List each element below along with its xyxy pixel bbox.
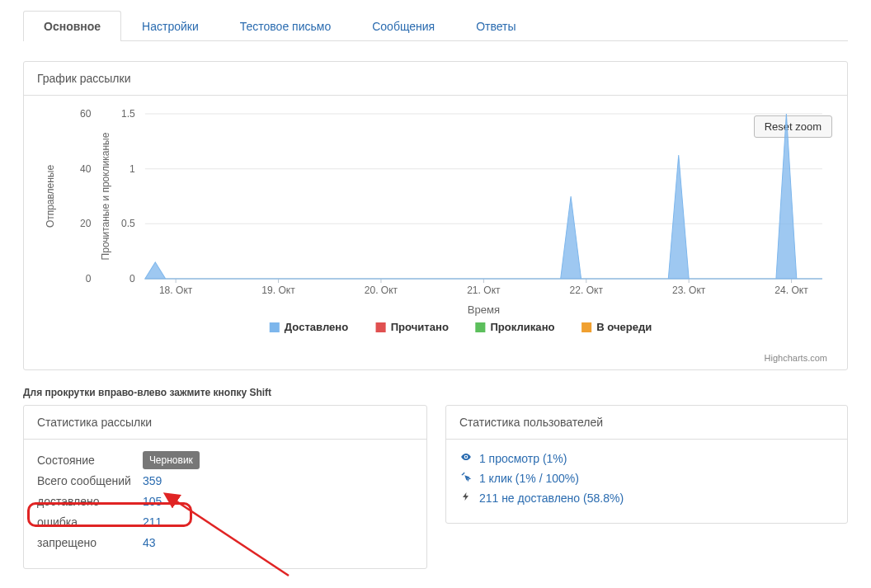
tab-test[interactable]: Тестовое письмо (219, 11, 351, 41)
total-value[interactable]: 359 (143, 474, 162, 487)
delivered-label: доставлено (37, 492, 143, 512)
svg-text:19. Окт: 19. Окт (261, 285, 295, 296)
svg-text:Прочитаные и прокликаные: Прочитаные и прокликаные (100, 132, 111, 260)
row-delivered: доставлено 105 (37, 492, 211, 512)
svg-text:Прочитано: Прочитано (391, 321, 449, 333)
error-label: ошибка (37, 512, 143, 533)
state-label: Состояние (37, 449, 143, 471)
chart-area[interactable]: 18. Окт19. Окт20. Окт21. Окт22. Окт23. О… (37, 106, 834, 353)
row-undelivered: 211 не доставлено (58.8%) (459, 489, 834, 509)
views-text[interactable]: 1 просмотр (1%) (479, 452, 567, 465)
row-views: 1 просмотр (1%) (459, 449, 834, 469)
scroll-hint: Для прокрутки вправо-влево зажмите кнопк… (23, 387, 848, 398)
svg-text:Время: Время (468, 303, 500, 316)
stats-table: Состояние Черновик Всего сообщений 359 д… (37, 449, 211, 553)
chart-attribution: Highcharts.com (37, 353, 834, 366)
svg-text:0.5: 0.5 (121, 218, 135, 229)
state-badge: Черновик (143, 451, 200, 469)
svg-text:24. Окт: 24. Окт (774, 285, 808, 296)
tab-responses[interactable]: Ответы (455, 11, 536, 41)
svg-text:40: 40 (80, 163, 92, 175)
stats-panel-title: Статистика рассылки (24, 406, 426, 440)
error-value[interactable]: 211 (143, 515, 162, 529)
total-label: Всего сообщений (37, 471, 143, 492)
clicks-text[interactable]: 1 клик (1% / 100%) (479, 472, 579, 485)
users-panel-title: Статистика пользователей (446, 406, 847, 440)
chart-panel: График рассылки Reset zoom 18. Окт19. Ок… (23, 61, 848, 370)
svg-rect-36 (581, 322, 591, 332)
row-clicks: 1 клик (1% / 100%) (459, 469, 834, 489)
svg-text:1.5: 1.5 (121, 108, 135, 120)
tab-main[interactable]: Основное (23, 11, 121, 41)
bolt-icon (459, 489, 473, 509)
svg-text:18. Окт: 18. Окт (159, 285, 193, 296)
svg-text:22. Окт: 22. Окт (570, 285, 604, 296)
undelivered-text[interactable]: 211 не доставлено (58.8%) (479, 492, 624, 505)
delivered-value[interactable]: 105 (143, 495, 162, 508)
svg-text:Доставлено: Доставлено (285, 321, 348, 333)
stats-panel: Статистика рассылки Состояние Черновик В… (23, 405, 427, 569)
svg-rect-32 (376, 322, 386, 332)
svg-text:Прокликано: Прокликано (490, 321, 554, 333)
svg-text:20: 20 (80, 218, 92, 229)
eye-icon (459, 449, 473, 469)
row-error: ошибка 211 (37, 512, 211, 533)
svg-text:21. Окт: 21. Окт (467, 285, 501, 296)
svg-rect-34 (475, 322, 485, 332)
row-forbidden: запрещено 43 (37, 533, 211, 553)
svg-text:20. Окт: 20. Окт (365, 285, 398, 296)
forbidden-value[interactable]: 43 (143, 536, 156, 549)
row-state: Состояние Черновик (37, 449, 211, 471)
svg-text:23. Окт: 23. Окт (672, 285, 706, 296)
svg-text:Отправленые: Отправленые (45, 165, 56, 228)
svg-text:1: 1 (129, 163, 135, 175)
svg-text:0: 0 (86, 273, 92, 285)
users-panel: Статистика пользователей 1 просмотр (1%)… (445, 405, 848, 524)
svg-text:0: 0 (129, 273, 135, 285)
cursor-click-icon (459, 469, 473, 489)
tab-settings[interactable]: Настройки (121, 11, 219, 41)
svg-rect-30 (270, 322, 280, 332)
svg-text:60: 60 (80, 108, 92, 120)
tabs: Основное Настройки Тестовое письмо Сообщ… (23, 10, 848, 41)
chart-panel-title: График рассылки (24, 62, 847, 96)
row-total: Всего сообщений 359 (37, 471, 211, 492)
tab-messages[interactable]: Сообщения (351, 11, 455, 41)
svg-text:В очереди: В очереди (596, 321, 652, 333)
chart-svg: 18. Окт19. Окт20. Окт21. Окт22. Окт23. О… (37, 106, 834, 353)
forbidden-label: запрещено (37, 533, 143, 553)
